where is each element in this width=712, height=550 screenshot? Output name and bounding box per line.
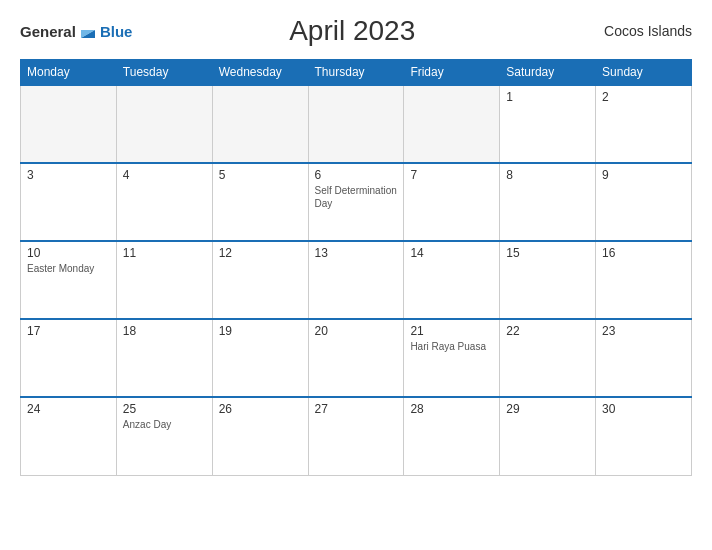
calendar-week-5: 2425Anzac Day2627282930 bbox=[21, 397, 692, 475]
calendar-cell: 21Hari Raya Puasa bbox=[404, 319, 500, 397]
region-label: Cocos Islands bbox=[572, 23, 692, 39]
day-number: 25 bbox=[123, 402, 206, 416]
day-number: 26 bbox=[219, 402, 302, 416]
col-saturday: Saturday bbox=[500, 60, 596, 86]
calendar-cell: 24 bbox=[21, 397, 117, 475]
day-number: 15 bbox=[506, 246, 589, 260]
day-number: 29 bbox=[506, 402, 589, 416]
calendar-cell: 2 bbox=[596, 85, 692, 163]
calendar-cell: 29 bbox=[500, 397, 596, 475]
day-number: 4 bbox=[123, 168, 206, 182]
calendar-week-1: 12 bbox=[21, 85, 692, 163]
day-number: 22 bbox=[506, 324, 589, 338]
day-number: 9 bbox=[602, 168, 685, 182]
calendar-cell: 11 bbox=[116, 241, 212, 319]
calendar-event: Anzac Day bbox=[123, 418, 206, 431]
calendar-cell: 16 bbox=[596, 241, 692, 319]
day-number: 13 bbox=[315, 246, 398, 260]
day-number: 21 bbox=[410, 324, 493, 338]
day-number: 24 bbox=[27, 402, 110, 416]
calendar-cell: 7 bbox=[404, 163, 500, 241]
header: General Blue April 2023 Cocos Islands bbox=[20, 15, 692, 47]
calendar-cell: 3 bbox=[21, 163, 117, 241]
calendar-cell: 15 bbox=[500, 241, 596, 319]
calendar-cell: 22 bbox=[500, 319, 596, 397]
day-number: 12 bbox=[219, 246, 302, 260]
col-wednesday: Wednesday bbox=[212, 60, 308, 86]
calendar-cell: 12 bbox=[212, 241, 308, 319]
calendar-cell: 1 bbox=[500, 85, 596, 163]
day-number: 17 bbox=[27, 324, 110, 338]
day-number: 18 bbox=[123, 324, 206, 338]
calendar-table: Monday Tuesday Wednesday Thursday Friday… bbox=[20, 59, 692, 476]
calendar-event: Hari Raya Puasa bbox=[410, 340, 493, 353]
calendar-cell: 23 bbox=[596, 319, 692, 397]
calendar-cell: 10Easter Monday bbox=[21, 241, 117, 319]
col-thursday: Thursday bbox=[308, 60, 404, 86]
calendar-cell: 5 bbox=[212, 163, 308, 241]
calendar-cell: 13 bbox=[308, 241, 404, 319]
calendar-week-4: 1718192021Hari Raya Puasa2223 bbox=[21, 319, 692, 397]
col-friday: Friday bbox=[404, 60, 500, 86]
day-number: 23 bbox=[602, 324, 685, 338]
day-number: 1 bbox=[506, 90, 589, 104]
day-number: 5 bbox=[219, 168, 302, 182]
day-number: 7 bbox=[410, 168, 493, 182]
day-number: 10 bbox=[27, 246, 110, 260]
logo: General Blue bbox=[20, 20, 132, 42]
logo-blue: Blue bbox=[100, 23, 133, 40]
calendar-event: Self Determination Day bbox=[315, 184, 398, 210]
calendar-cell: 30 bbox=[596, 397, 692, 475]
day-number: 27 bbox=[315, 402, 398, 416]
calendar-header-row: Monday Tuesday Wednesday Thursday Friday… bbox=[21, 60, 692, 86]
logo-icon bbox=[77, 20, 99, 42]
calendar-week-2: 3456Self Determination Day789 bbox=[21, 163, 692, 241]
calendar-cell bbox=[404, 85, 500, 163]
day-number: 16 bbox=[602, 246, 685, 260]
calendar-cell: 19 bbox=[212, 319, 308, 397]
calendar-cell: 6Self Determination Day bbox=[308, 163, 404, 241]
page: General Blue April 2023 Cocos Islands Mo… bbox=[0, 0, 712, 550]
calendar-title: April 2023 bbox=[132, 15, 572, 47]
col-sunday: Sunday bbox=[596, 60, 692, 86]
day-number: 19 bbox=[219, 324, 302, 338]
col-monday: Monday bbox=[21, 60, 117, 86]
day-number: 8 bbox=[506, 168, 589, 182]
calendar-cell: 17 bbox=[21, 319, 117, 397]
logo-general: General bbox=[20, 23, 76, 40]
calendar-event: Easter Monday bbox=[27, 262, 110, 275]
day-number: 28 bbox=[410, 402, 493, 416]
day-number: 6 bbox=[315, 168, 398, 182]
day-number: 11 bbox=[123, 246, 206, 260]
day-number: 30 bbox=[602, 402, 685, 416]
calendar-cell: 27 bbox=[308, 397, 404, 475]
calendar-cell: 18 bbox=[116, 319, 212, 397]
calendar-cell bbox=[21, 85, 117, 163]
day-number: 2 bbox=[602, 90, 685, 104]
calendar-cell bbox=[308, 85, 404, 163]
calendar-cell: 8 bbox=[500, 163, 596, 241]
day-number: 14 bbox=[410, 246, 493, 260]
calendar-cell: 20 bbox=[308, 319, 404, 397]
day-number: 3 bbox=[27, 168, 110, 182]
col-tuesday: Tuesday bbox=[116, 60, 212, 86]
calendar-cell: 28 bbox=[404, 397, 500, 475]
calendar-cell bbox=[212, 85, 308, 163]
day-number: 20 bbox=[315, 324, 398, 338]
calendar-cell: 25Anzac Day bbox=[116, 397, 212, 475]
calendar-cell bbox=[116, 85, 212, 163]
calendar-cell: 26 bbox=[212, 397, 308, 475]
calendar-cell: 14 bbox=[404, 241, 500, 319]
calendar-week-3: 10Easter Monday111213141516 bbox=[21, 241, 692, 319]
calendar-cell: 9 bbox=[596, 163, 692, 241]
calendar-cell: 4 bbox=[116, 163, 212, 241]
